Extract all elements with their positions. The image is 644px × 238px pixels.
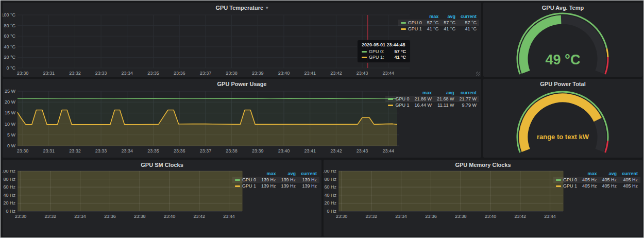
legend-series-gpu1[interactable]: GPU 1: [553, 183, 580, 189]
legend-header-row: max avg current: [398, 13, 479, 20]
panel-title-gpu-memory-clocks[interactable]: GPU Memory Clocks: [324, 160, 642, 170]
panel-title-gpu-avg-temp[interactable]: GPU Avg. Temp: [483, 3, 642, 13]
series-swatch-icon: [401, 28, 406, 30]
legend-header-avg[interactable]: avg: [278, 171, 298, 177]
legend-header-current[interactable]: current: [456, 90, 479, 96]
legend-row-gpu1: GPU 1 41 °C 41 °C 41 °C: [398, 26, 479, 32]
svg-text:23:43: 23:43: [357, 148, 368, 154]
svg-text:23:37: 23:37: [200, 148, 212, 154]
panel-title-text: GPU Power Total: [540, 81, 585, 87]
svg-text:23:36: 23:36: [425, 214, 437, 219]
svg-text:23:36: 23:36: [174, 71, 185, 76]
legend-header-avg[interactable]: avg: [434, 90, 457, 96]
chevron-down-icon[interactable]: ▾: [266, 5, 268, 10]
svg-text:23:31: 23:31: [43, 148, 55, 154]
svg-text:23:44: 23:44: [544, 214, 556, 219]
svg-text:20 W: 20 W: [5, 99, 16, 105]
svg-text:23:41: 23:41: [304, 71, 316, 76]
panel-gpu-temperature: GPU Temperature ▾ 0 °C20 °C40 °C60 °C80 …: [3, 3, 481, 77]
legend-series-gpu1[interactable]: GPU 1: [398, 26, 425, 32]
tooltip-row-gpu1: GPU 1: 41 °C: [362, 55, 406, 60]
legend-header-current[interactable]: current: [298, 171, 319, 177]
legend-header-current[interactable]: current: [458, 13, 479, 20]
svg-text:23:30: 23:30: [17, 71, 29, 76]
svg-text:100 °C: 100 °C: [3, 13, 15, 18]
svg-text:23:30: 23:30: [17, 148, 29, 154]
legend-row-gpu0: GPU 0 21.86 W 21.68 W 21.77 W: [385, 96, 479, 102]
legend-value-max: 139 Hz: [259, 177, 279, 183]
panel-title-text: GPU Temperature: [215, 5, 263, 11]
legend-series-gpu1[interactable]: GPU 1: [385, 102, 412, 108]
svg-text:23:33: 23:33: [95, 71, 107, 76]
legend-header-row: max avg current: [232, 171, 319, 177]
temperature-legend: max avg current GPU 0 57 °C 57 °C 57 °C …: [398, 13, 479, 32]
legend-value-max: 405 Hz: [580, 177, 600, 183]
legend-row-gpu1: GPU 1 139 Hz 139 Hz 139 Hz: [232, 183, 319, 189]
svg-text:0 °C: 0 °C: [6, 65, 15, 71]
svg-text:60 Hz: 60 Hz: [3, 184, 15, 190]
legend-header-max[interactable]: max: [580, 171, 600, 177]
legend-header-max[interactable]: max: [425, 13, 442, 20]
svg-text:10 W: 10 W: [5, 122, 16, 127]
legend-series-gpu0[interactable]: GPU 0: [232, 177, 259, 183]
legend-value-current: 405 Hz: [619, 177, 640, 183]
svg-text:23:35: 23:35: [147, 71, 159, 76]
svg-text:23:41: 23:41: [304, 148, 316, 154]
panel-title-gpu-temperature[interactable]: GPU Temperature ▾: [3, 3, 481, 13]
legend-header-max[interactable]: max: [259, 171, 279, 177]
legend-value-avg: 405 Hz: [599, 177, 619, 183]
legend-value-max: 21.86 W: [412, 96, 434, 102]
legend-row-gpu0: GPU 0 57 °C 57 °C 57 °C: [398, 20, 479, 26]
svg-text:23:38: 23:38: [134, 214, 146, 219]
legend-value-current: 405 Hz: [619, 183, 640, 189]
legend-value-avg: 139 Hz: [278, 177, 298, 183]
svg-text:23:32: 23:32: [366, 214, 378, 219]
panel-resize-handle[interactable]: [476, 72, 480, 76]
svg-text:23:34: 23:34: [122, 71, 133, 76]
svg-text:23:40: 23:40: [485, 214, 497, 219]
legend-series-gpu0[interactable]: GPU 0: [398, 20, 425, 26]
svg-text:25 W: 25 W: [5, 89, 16, 94]
svg-text:23:43: 23:43: [357, 71, 368, 76]
legend-value-current: 139 Hz: [298, 183, 319, 189]
gauge-value-text: range to text kW: [483, 133, 642, 141]
svg-text:23:42: 23:42: [330, 71, 342, 76]
legend-value-current: 21.77 W: [456, 96, 479, 102]
svg-text:0 Hz: 0 Hz: [6, 209, 15, 214]
series-swatch-icon: [362, 51, 367, 53]
svg-text:60 Hz: 60 Hz: [324, 184, 336, 190]
svg-text:23:37: 23:37: [200, 71, 212, 76]
legend-header-row: max avg current: [385, 90, 479, 96]
panel-title-gpu-sm-clocks[interactable]: GPU SM Clocks: [3, 160, 321, 170]
power-legend: max avg current GPU 0 21.86 W 21.68 W 21…: [385, 90, 479, 108]
legend-row-gpu0: GPU 0 405 Hz 405 Hz 405 Hz: [553, 177, 640, 183]
panel-title-gpu-power-total[interactable]: GPU Power Total: [483, 79, 642, 89]
legend-header-max[interactable]: max: [412, 90, 434, 96]
svg-text:23:33: 23:33: [95, 148, 107, 154]
legend-header-avg[interactable]: avg: [599, 171, 619, 177]
legend-header-current[interactable]: current: [619, 171, 640, 177]
svg-text:23:34: 23:34: [122, 148, 133, 154]
svg-text:23:44: 23:44: [383, 71, 395, 76]
panel-gpu-avg-temp: GPU Avg. Temp 49 °C: [483, 3, 642, 77]
series-swatch-icon: [235, 185, 240, 187]
graph-tooltip: 2020-05-01 23:44:48 GPU 0: 57 °C GPU 1: …: [357, 40, 411, 63]
panel-title-text: GPU Memory Clocks: [455, 162, 511, 168]
svg-text:20 Hz: 20 Hz: [3, 200, 15, 206]
legend-series-gpu1[interactable]: GPU 1: [232, 183, 259, 189]
legend-value-avg: 11.11 W: [434, 102, 457, 108]
svg-text:23:38: 23:38: [226, 71, 238, 76]
svg-text:23:40: 23:40: [164, 214, 176, 219]
svg-text:23:42: 23:42: [194, 214, 206, 219]
svg-text:40 Hz: 40 Hz: [3, 193, 15, 198]
svg-text:23:38: 23:38: [455, 214, 467, 219]
legend-header-avg[interactable]: avg: [441, 13, 458, 20]
panel-title-text: GPU SM Clocks: [141, 162, 183, 168]
series-swatch-icon: [556, 179, 561, 181]
panel-title-text: GPU Avg. Temp: [542, 5, 584, 11]
tooltip-timestamp: 2020-05-01 23:44:48: [362, 42, 406, 47]
panel-title-gpu-power-usage[interactable]: GPU Power Usage: [3, 79, 481, 89]
legend-series-gpu0[interactable]: GPU 0: [553, 177, 580, 183]
legend-series-gpu0[interactable]: GPU 0: [385, 96, 412, 102]
series-swatch-icon: [556, 185, 561, 187]
